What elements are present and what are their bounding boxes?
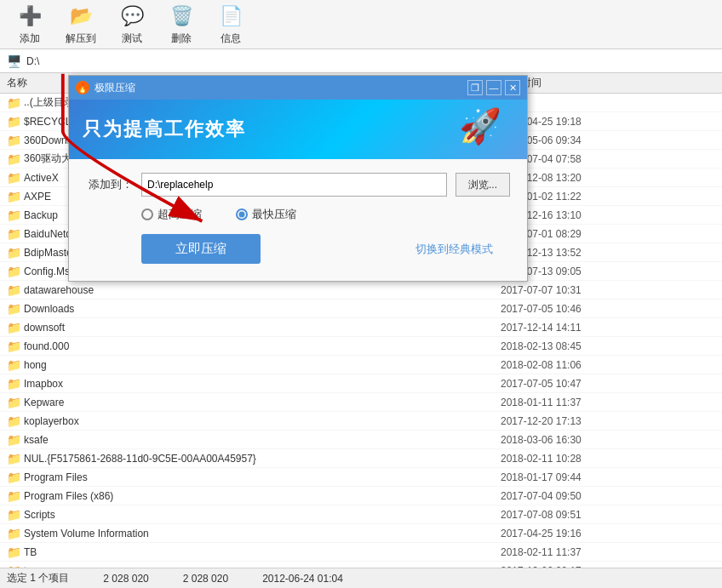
- radio-fastest-label: 最快压缩: [252, 207, 296, 222]
- table-row[interactable]: ksafe2018-03-06 16:30: [0, 431, 722, 449]
- folder-icon: [7, 545, 20, 559]
- add-button[interactable]: ➕ 添加: [7, 0, 53, 50]
- dialog-title-left: 🔥 极限压缩: [76, 81, 135, 95]
- file-name: Program Files (x86): [24, 490, 113, 502]
- table-row[interactable]: temp2017-12-06 09:17: [0, 562, 722, 568]
- table-row[interactable]: Scripts2017-07-08 09:51: [0, 505, 722, 524]
- dialog-minimize-button[interactable]: —: [486, 80, 501, 95]
- folder-icon: [7, 152, 20, 166]
- file-name: Scripts: [24, 509, 55, 521]
- file-date: 2017-07-05 10:46: [494, 303, 630, 315]
- folder-icon: [7, 208, 20, 222]
- file-name: AXPE: [24, 191, 51, 203]
- path-row: 添加到： 浏览...: [86, 173, 510, 197]
- browse-button[interactable]: 浏览...: [456, 173, 510, 197]
- address-bar: 🖥️ D:\: [0, 49, 722, 73]
- file-date: 2017-12-14 14:11: [494, 322, 630, 334]
- delete-label: 删除: [171, 31, 192, 46]
- table-row[interactable]: Kepware2018-01-11 11:37: [0, 393, 722, 412]
- dialog-body: 添加到： 浏览... 超高压缩 最快压缩 立即压缩 切换到经典模式: [69, 159, 527, 281]
- folder-icon: [7, 302, 20, 316]
- table-row[interactable]: NUL.{F5175861-2688-11d0-9C5E-00AA00A4595…: [0, 449, 722, 468]
- radio-fastest-circle: [236, 208, 248, 220]
- compression-dialog[interactable]: 🔥 极限压缩 ❐ — ✕ 只为提高工作效率 🚀 添加到： 浏览...: [68, 75, 528, 282]
- radio-fastest[interactable]: 最快压缩: [236, 207, 296, 222]
- file-name: Backup: [24, 209, 58, 221]
- folder-icon: [7, 414, 20, 428]
- file-name: hong: [24, 359, 47, 371]
- file-name: Kepware: [24, 397, 64, 408]
- add-icon: ➕: [16, 3, 43, 30]
- size1-info: 2 028 020: [103, 573, 148, 585]
- file-date: 2017-07-08 09:51: [494, 509, 630, 521]
- folder-icon: [7, 433, 20, 447]
- rocket-icon: 🚀: [459, 106, 501, 146]
- table-row[interactable]: Imapbox2017-07-05 10:47: [0, 374, 722, 393]
- table-row[interactable]: datawarehouse2017-07-07 10:31: [0, 281, 722, 300]
- table-row[interactable]: hong2018-02-08 11:06: [0, 356, 722, 374]
- status-bar: 选定 1 个项目 2 028 020 2 028 020 2012-06-24 …: [0, 568, 722, 588]
- table-row[interactable]: found.0002018-02-13 08:45: [0, 337, 722, 356]
- classic-mode-link[interactable]: 切换到经典模式: [415, 242, 493, 257]
- dialog-titlebar: 🔥 极限压缩 ❐ — ✕: [69, 76, 527, 100]
- compress-button[interactable]: 立即压缩: [141, 234, 261, 264]
- file-date: 2018-03-06 16:30: [494, 434, 630, 446]
- folder-icon: [7, 227, 20, 241]
- file-name: Downloads: [24, 303, 74, 315]
- selection-info: 选定 1 个项目: [7, 571, 69, 585]
- file-date: 2017-07-05 10:47: [494, 378, 630, 390]
- folder-icon: [7, 115, 20, 128]
- dialog-app-icon: 🔥: [76, 81, 89, 94]
- table-row[interactable]: Program Files (x86)2017-07-04 09:50: [0, 487, 722, 505]
- file-date: 2018-02-08 11:06: [494, 359, 630, 371]
- file-name: Imapbox: [24, 378, 63, 390]
- folder-icon: [7, 508, 20, 522]
- dialog-restore-button[interactable]: ❐: [467, 80, 483, 95]
- table-row[interactable]: Program Files2018-01-17 09:44: [0, 468, 722, 487]
- folder-icon: [7, 190, 20, 203]
- date-info: 2012-06-24 01:04: [262, 573, 343, 585]
- file-date: 2017-07-07 10:31: [494, 284, 630, 296]
- folder-icon: [7, 358, 20, 372]
- dialog-controls: ❐ — ✕: [467, 80, 520, 95]
- table-row[interactable]: System Volume Information2017-04-25 19:1…: [0, 524, 722, 543]
- file-name: TB: [24, 546, 37, 558]
- table-row[interactable]: downsoft2017-12-14 14:11: [0, 318, 722, 337]
- folder-icon: [7, 377, 20, 391]
- test-button[interactable]: 💬 测试: [109, 0, 155, 50]
- dialog-banner: 只为提高工作效率 🚀: [69, 100, 527, 159]
- file-name: ksafe: [24, 434, 49, 446]
- folder-icon: [7, 265, 20, 278]
- folder-icon: [7, 489, 20, 503]
- radio-super[interactable]: 超高压缩: [141, 207, 202, 222]
- file-name: NUL.{F5175861-2688-11d0-9C5E-00AA00A4595…: [24, 453, 256, 465]
- file-date: 2017-04-25 19:16: [494, 528, 630, 539]
- dialog-close-button[interactable]: ✕: [505, 80, 520, 95]
- file-name: ActiveX: [24, 172, 59, 184]
- table-row[interactable]: Downloads2017-07-05 10:46: [0, 300, 722, 318]
- info-button[interactable]: 📄 信息: [208, 0, 254, 50]
- folder-icon: [7, 171, 20, 185]
- table-row[interactable]: TB2018-02-11 11:37: [0, 543, 722, 562]
- file-name: Program Files: [24, 471, 88, 483]
- test-label: 测试: [122, 31, 142, 46]
- path-input[interactable]: [141, 173, 447, 197]
- file-name: downsoft: [24, 322, 65, 334]
- file-date: 2018-02-11 11:37: [494, 546, 630, 558]
- file-date: 2018-02-11 10:28: [494, 453, 630, 465]
- folder-icon: [7, 527, 20, 540]
- info-label: 信息: [221, 31, 241, 46]
- file-date: 2017-07-04 09:50: [494, 490, 630, 502]
- dialog-title-text: 极限压缩: [95, 81, 135, 95]
- info-icon: 📄: [217, 3, 244, 30]
- folder-icon: [7, 246, 20, 260]
- folder-icon: [7, 283, 20, 297]
- file-name: datawarehouse: [24, 284, 94, 296]
- table-row[interactable]: koplayerbox2017-12-20 17:13: [0, 412, 722, 431]
- delete-button[interactable]: 🗑️ 删除: [158, 0, 204, 50]
- file-date: 2017-12-20 17:13: [494, 415, 630, 427]
- dialog-banner-text: 只为提高工作效率: [83, 117, 246, 142]
- extract-button[interactable]: 📂 解压到: [56, 0, 106, 50]
- folder-icon: [7, 396, 20, 409]
- size2-info: 2 028 020: [183, 573, 228, 585]
